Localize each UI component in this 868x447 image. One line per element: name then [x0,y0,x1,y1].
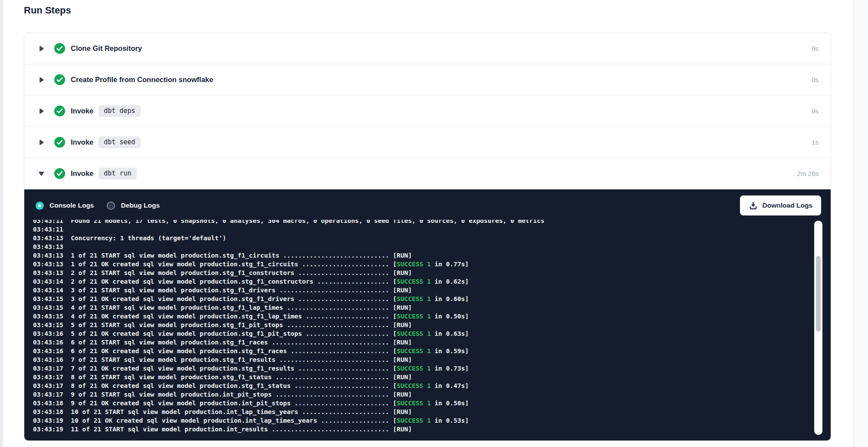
step-duration: 1s [812,139,819,146]
success-check-icon [54,43,65,54]
success-check-icon [54,106,65,116]
step-duration: 2m 26s [797,170,819,177]
step-command-chip: dbt seed [99,136,140,148]
log-tab-label: Debug Logs [121,202,160,209]
log-line: 03:43:18 9 of 21 OK created sql view mod… [33,399,805,407]
step-label: Invoke [71,138,93,146]
console-log-viewport[interactable]: 03:43:11 Found 21 models, 17 tests, 0 sn… [33,220,805,438]
log-line: 03:43:14 2 of 21 OK created sql view mod… [33,277,805,286]
step-command-chip: dbt deps [99,105,140,117]
log-line: 03:43:11 [33,225,805,234]
console-log-panel: Console LogsDebug Logs Download Logs 03:… [24,189,831,440]
log-line: 03:43:16 7 of 21 START sql view model pr… [33,355,805,364]
log-success-status: SUCCESS 1 [397,382,431,389]
log-success-status: SUCCESS 1 [397,261,431,268]
log-line: 03:43:15 4 of 21 START sql view model pr… [33,303,805,312]
step-row-3[interactable]: Invoke dbt deps 0s [24,96,831,127]
step-row-2[interactable]: Create Profile from Connection snowflake… [24,64,831,96]
log-line: 03:43:17 8 of 21 START sql view model pr… [33,373,805,381]
log-line: 03:43:18 10 of 21 START sql view model p… [33,407,805,416]
right-edge-strip [853,0,868,447]
console-scrollbar-track[interactable] [814,221,822,435]
console-scrollbar-thumb[interactable] [816,256,821,331]
log-line: 03:43:17 7 of 21 OK created sql view mod… [33,364,805,373]
step-label: Clone Git Repository [71,44,142,53]
expand-caret-icon[interactable] [38,108,45,114]
step-label: Create Profile from Connection snowflake [71,76,213,84]
radio-unselected-icon[interactable] [107,202,115,210]
download-logs-label: Download Logs [763,202,812,209]
success-check-icon [54,137,65,148]
step-row-1[interactable]: Clone Git Repository 0s [24,33,831,64]
log-tab-console-logs[interactable]: Console Logs [36,202,94,210]
download-logs-button[interactable]: Download Logs [740,195,821,215]
log-line: 03:43:13 1 of 21 OK created sql view mod… [33,260,805,268]
success-check-icon [54,74,65,85]
log-line: 03:43:14 3 of 21 START sql view model pr… [33,286,805,295]
log-success-status: SUCCESS 1 [397,348,431,354]
log-success-status: SUCCESS 1 [397,365,431,372]
step-row-5[interactable]: Invoke dbt run 2m 26s [24,158,831,189]
log-line: 03:43:16 6 of 21 OK created sql view mod… [33,347,805,355]
log-line: 03:43:16 6 of 21 START sql view model pr… [33,338,805,347]
log-line: 03:43:16 5 of 21 OK created sql view mod… [33,329,805,338]
step-duration: 0s [812,76,819,83]
log-line: 03:43:13 2 of 21 START sql view model pr… [33,268,805,277]
step-label: Invoke [71,107,93,115]
console-log-content: 03:43:11 Found 21 models, 17 tests, 0 sn… [33,220,805,434]
log-success-status: SUCCESS 1 [397,400,431,407]
expand-caret-icon[interactable] [38,77,45,83]
log-line: 03:43:13 [33,242,805,251]
expand-caret-icon[interactable] [38,139,45,146]
log-line: 03:43:17 8 of 21 OK created sql view mod… [33,381,805,390]
log-line: 03:43:19 10 of 21 OK created sql view mo… [33,416,805,425]
log-line: 03:43:13 Concurrency: 1 threads (target=… [33,234,805,242]
step-command-chip: dbt run [99,168,136,179]
steps-list: Clone Git Repository 0s Create Profile f… [24,33,831,189]
download-icon [749,201,758,210]
log-line: 03:43:15 3 of 21 OK created sql view mod… [33,295,805,303]
console-header: Console LogsDebug Logs Download Logs [36,195,821,216]
log-line: 03:43:13 1 of 21 START sql view model pr… [33,251,805,260]
step-row-4[interactable]: Invoke dbt seed 1s [24,127,831,158]
log-success-status: SUCCESS 1 [397,417,431,424]
radio-selected-icon[interactable] [36,202,44,210]
log-line: 03:43:11 Found 21 models, 17 tests, 0 sn… [33,220,805,225]
step-duration: 0s [812,107,819,115]
left-edge-strip [0,0,3,447]
log-success-status: SUCCESS 1 [397,278,431,285]
log-success-status: SUCCESS 1 [397,295,431,302]
run-steps-card: Clone Git Repository 0s Create Profile f… [24,33,831,441]
page-title: Run Steps [24,5,71,16]
log-success-status: SUCCESS 1 [397,330,431,337]
log-type-radio-group: Console LogsDebug Logs [36,202,160,210]
expand-caret-icon[interactable] [38,171,45,177]
log-line: 03:43:15 4 of 21 OK created sql view mod… [33,312,805,321]
log-tab-label: Console Logs [49,202,94,209]
log-line: 03:43:17 9 of 21 START sql view model pr… [33,390,805,399]
expand-caret-icon[interactable] [38,46,45,52]
log-line: 03:43:19 11 of 21 START sql view model p… [33,425,805,434]
step-label: Invoke [71,169,93,178]
log-line: 03:43:15 5 of 21 START sql view model pr… [33,321,805,329]
success-check-icon [54,168,65,179]
step-duration: 0s [812,45,819,52]
log-tab-debug-logs[interactable]: Debug Logs [107,202,160,210]
log-success-status: SUCCESS 1 [397,313,431,320]
